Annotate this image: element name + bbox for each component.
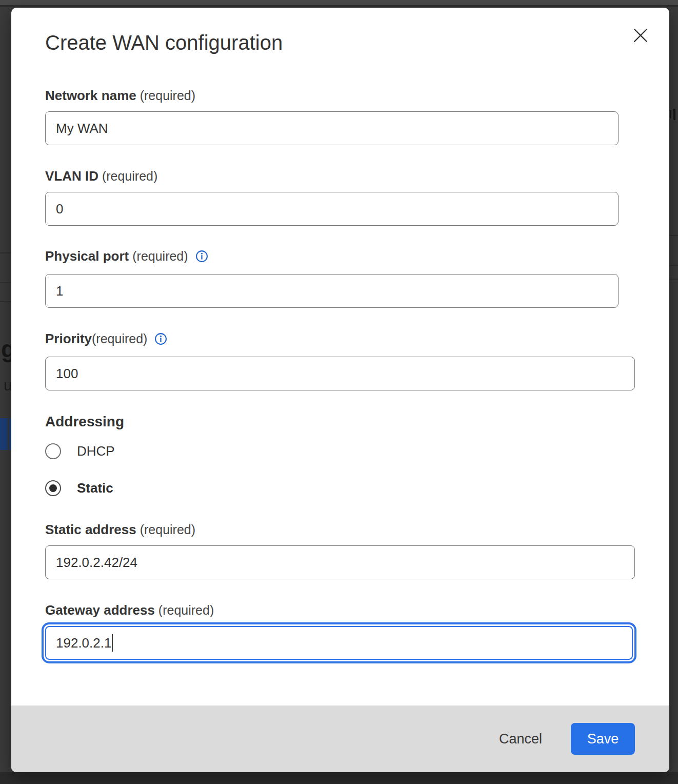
- priority-label: Priority(required): [45, 330, 669, 349]
- radio-label: Static: [77, 480, 113, 496]
- physical-port-label: Physical port (required): [45, 248, 669, 266]
- priority-input[interactable]: [45, 357, 635, 390]
- dialog-title: Create WAN configuration: [45, 8, 669, 55]
- radio-button-icon: [45, 443, 61, 459]
- required-text: (required): [98, 169, 157, 183]
- required-text: (required): [129, 249, 188, 263]
- background-top-divider: [0, 5, 678, 7]
- info-icon[interactable]: [195, 250, 208, 266]
- background-table-line: [0, 252, 11, 253]
- physical-port-input[interactable]: [45, 274, 619, 308]
- addressing-option-static[interactable]: Static: [45, 480, 669, 496]
- dialog-footer: Cancel Save: [11, 705, 669, 772]
- radio-label: DHCP: [77, 443, 115, 459]
- static-address-label: Static address (required): [45, 521, 669, 538]
- cancel-button[interactable]: Cancel: [496, 731, 545, 748]
- gateway-address-input[interactable]: 192.0.2.1: [45, 626, 633, 660]
- text-cursor: [112, 634, 113, 652]
- background-table-line: [669, 265, 678, 266]
- network-name-input[interactable]: [45, 111, 619, 145]
- info-icon[interactable]: [154, 332, 167, 349]
- label-text: Static address: [45, 522, 136, 537]
- network-name-label: Network name (required): [45, 87, 669, 104]
- static-address-input[interactable]: [45, 545, 635, 579]
- vlan-id-input[interactable]: [45, 192, 619, 226]
- gateway-address-label: Gateway address (required): [45, 602, 669, 618]
- required-text: (required): [136, 522, 195, 537]
- background-table-line: [0, 282, 11, 283]
- label-text: Physical port: [45, 248, 129, 264]
- background-text-fragment: u: [4, 376, 11, 395]
- required-text: (required): [136, 88, 195, 103]
- background-bottom-strip: [0, 772, 678, 784]
- addressing-option-dhcp[interactable]: DHCP: [45, 443, 669, 459]
- required-text: (required): [155, 603, 214, 617]
- radio-button-icon: [45, 480, 61, 496]
- background-text-mark: [670, 110, 671, 119]
- save-button[interactable]: Save: [571, 723, 635, 755]
- addressing-heading: Addressing: [45, 413, 669, 430]
- label-text: VLAN ID: [45, 168, 98, 184]
- input-value: 192.0.2.1: [56, 635, 111, 651]
- create-wan-configuration-dialog: Create WAN configuration Network name (r…: [11, 8, 669, 772]
- label-text: Priority: [45, 331, 92, 346]
- close-button[interactable]: [629, 24, 652, 47]
- background-table-line: [0, 301, 11, 302]
- label-text: Network name: [45, 88, 136, 103]
- label-text: Gateway address: [45, 602, 155, 618]
- background-text-fragment: gu: [1, 335, 11, 363]
- background-text-mark: [673, 109, 675, 120]
- required-text: (required): [92, 331, 147, 346]
- background-table-line: [669, 279, 678, 280]
- background-button-fragment: [0, 418, 8, 450]
- close-icon: [631, 26, 650, 45]
- background-table-line: [669, 235, 678, 236]
- background-top-bar: [0, 0, 678, 5]
- vlan-id-label: VLAN ID (required): [45, 168, 669, 184]
